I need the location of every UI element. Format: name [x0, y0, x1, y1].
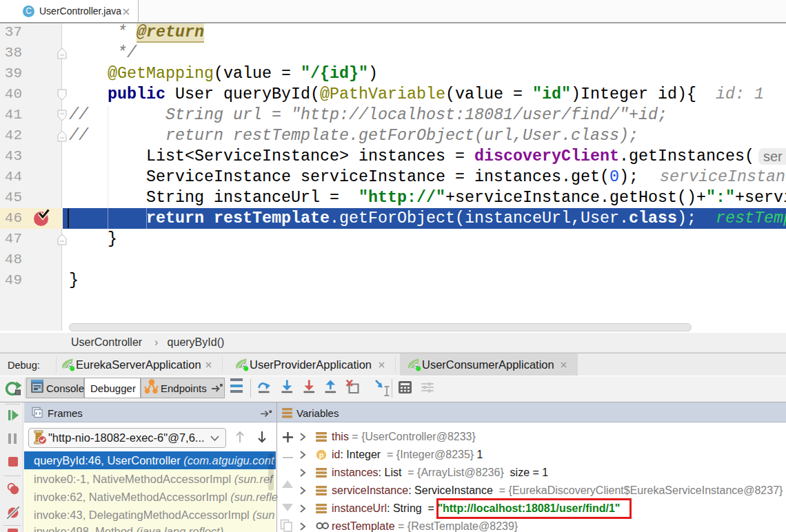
svg-text:p: p	[319, 451, 324, 459]
